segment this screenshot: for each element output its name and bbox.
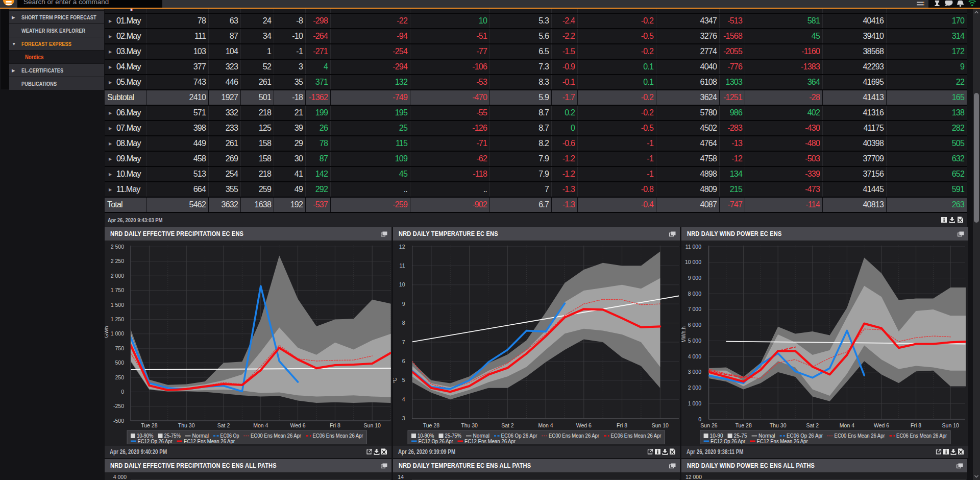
svg-text:EC06 Ens Mean 26 Apr: EC06 Ens Mean 26 Apr — [313, 433, 363, 439]
svg-text:-250: -250 — [113, 403, 124, 409]
svg-text:5: 5 — [402, 377, 405, 383]
svg-text:1 750: 1 750 — [111, 287, 124, 293]
svg-text:2 250: 2 250 — [111, 258, 124, 264]
svg-text:8: 8 — [402, 320, 405, 326]
svg-text:14: 14 — [398, 474, 404, 480]
svg-text:EC12 Op 26 Apr: EC12 Op 26 Apr — [419, 438, 453, 444]
svg-text:Apr 26, 2020 9:38:11 PM: Apr 26, 2020 9:38:11 PM — [687, 448, 744, 455]
svg-text:10: 10 — [399, 281, 405, 287]
svg-text:°C: °C — [393, 377, 398, 383]
svg-text:2 000: 2 000 — [111, 273, 124, 279]
svg-text:Wed 6: Wed 6 — [576, 422, 592, 428]
svg-text:Fri 8: Fri 8 — [911, 422, 921, 428]
svg-text:1 500: 1 500 — [111, 302, 124, 308]
svg-text:750: 750 — [115, 345, 124, 351]
svg-text:EC00 Ens Mean 26 Apr: EC00 Ens Mean 26 Apr — [835, 433, 885, 439]
svg-text:Sun 10: Sun 10 — [942, 422, 959, 428]
svg-text:EC12 Op 26 Apr: EC12 Op 26 Apr — [138, 438, 173, 444]
svg-text:Sun 26: Sun 26 — [700, 422, 717, 428]
svg-text:EC12 Op 26 Apr: EC12 Op 26 Apr — [710, 438, 745, 444]
svg-text:EC00 Ens Mean 26 Apr: EC00 Ens Mean 26 Apr — [549, 433, 599, 439]
svg-text:5 000: 5 000 — [688, 338, 701, 344]
svg-text:Sun 10: Sun 10 — [652, 422, 669, 428]
svg-text:Tue 28: Tue 28 — [141, 422, 157, 428]
svg-text:7 000: 7 000 — [688, 306, 701, 312]
svg-text:EC12 Ens Mean 26 Apr: EC12 Ens Mean 26 Apr — [464, 438, 516, 444]
svg-text:11: 11 — [400, 262, 405, 269]
svg-text:EC00 Ens Mean 26 Apr: EC00 Ens Mean 26 Apr — [251, 433, 301, 439]
svg-text:Fri 8: Fri 8 — [330, 422, 340, 428]
svg-text:EC06 Ens Mean 26 Apr: EC06 Ens Mean 26 Apr — [896, 433, 947, 439]
svg-text:3 000: 3 000 — [688, 369, 701, 375]
svg-text:2 000: 2 000 — [688, 385, 701, 391]
svg-text:7: 7 — [402, 339, 405, 345]
svg-text:Mon 4: Mon 4 — [253, 422, 268, 428]
svg-text:Sat 2: Sat 2 — [501, 422, 514, 428]
svg-text:EC12 Ens Mean 26 Apr: EC12 Ens Mean 26 Apr — [757, 438, 808, 444]
svg-text:Tue 28: Tue 28 — [423, 422, 439, 428]
svg-text:250: 250 — [115, 374, 124, 380]
svg-text:9: 9 — [402, 301, 405, 307]
svg-text:2 500: 2 500 — [111, 244, 124, 250]
svg-text:MWh.h: MWh.h — [681, 326, 687, 343]
svg-text:1 000: 1 000 — [688, 400, 701, 406]
svg-text:11 000: 11 000 — [685, 244, 701, 250]
svg-text:10 000: 10 000 — [685, 259, 701, 265]
svg-text:Mon 4: Mon 4 — [538, 422, 553, 428]
svg-text:1 000: 1 000 — [111, 330, 124, 337]
svg-text:0: 0 — [121, 389, 124, 395]
svg-text:Thu 30: Thu 30 — [461, 422, 478, 428]
svg-text:6 000: 6 000 — [688, 322, 701, 328]
svg-text:EC12 Ens Mean 26 Apr: EC12 Ens Mean 26 Apr — [184, 438, 235, 444]
svg-text:Thu 30: Thu 30 — [770, 422, 787, 428]
svg-text:Tue 28: Tue 28 — [735, 422, 751, 428]
svg-text:6: 6 — [402, 358, 405, 364]
svg-text:Apr 26, 2020 9:40:20 PM: Apr 26, 2020 9:40:20 PM — [110, 448, 167, 455]
svg-text:12 000: 12 000 — [685, 474, 702, 480]
svg-text:8 000: 8 000 — [688, 291, 701, 297]
svg-text:500: 500 — [115, 359, 124, 366]
svg-text:-500: -500 — [113, 418, 124, 424]
svg-text:4: 4 — [402, 396, 405, 402]
svg-text:Sun 10: Sun 10 — [364, 422, 381, 428]
svg-text:12: 12 — [399, 244, 405, 250]
svg-text:4 000: 4 000 — [113, 474, 127, 480]
svg-text:0: 0 — [698, 416, 701, 422]
svg-text:Mon 4: Mon 4 — [840, 422, 854, 428]
svg-text:EC06 Ens Mean 26 Apr: EC06 Ens Mean 26 Apr — [611, 433, 662, 439]
svg-text:Wed 6: Wed 6 — [290, 422, 306, 428]
svg-text:Apr 26, 2020 9:39:09 PM: Apr 26, 2020 9:39:09 PM — [398, 448, 455, 455]
svg-text:9 000: 9 000 — [688, 275, 701, 281]
svg-text:Wed 6: Wed 6 — [874, 422, 889, 428]
svg-text:3: 3 — [402, 415, 405, 421]
svg-text:GWh: GWh — [105, 326, 109, 338]
svg-text:Sat 2: Sat 2 — [806, 422, 819, 428]
svg-text:Fri 8: Fri 8 — [617, 422, 627, 428]
svg-text:Sat 2: Sat 2 — [217, 422, 230, 428]
svg-text:4 000: 4 000 — [688, 353, 701, 359]
svg-text:1 250: 1 250 — [111, 316, 124, 322]
svg-text:Thu 30: Thu 30 — [178, 422, 195, 428]
